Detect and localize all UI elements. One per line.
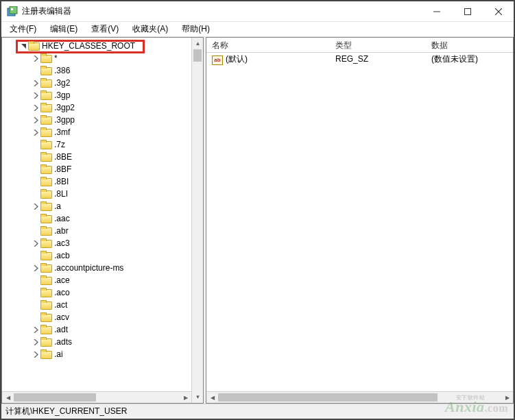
minimize-button[interactable] — [421, 1, 452, 22]
menu-edit[interactable]: 编辑(E) — [43, 22, 84, 36]
chevron-right-icon[interactable] — [31, 103, 40, 112]
folder-icon — [40, 66, 51, 75]
tree-item-label: .accountpicture-ms — [54, 263, 123, 273]
scroll-up-icon[interactable]: ▲ — [192, 38, 203, 49]
scroll-left-icon[interactable]: ◀ — [2, 392, 14, 403]
tree-item[interactable]: .3g2 — [2, 77, 191, 89]
folder-icon — [40, 152, 51, 162]
scroll-left-icon[interactable]: ◀ — [206, 392, 218, 403]
tree-item-label: .8BF — [54, 164, 71, 174]
cell-name: ab(默认) — [206, 53, 330, 65]
folder-icon — [40, 189, 51, 199]
scroll-right-icon[interactable]: ▶ — [501, 392, 513, 403]
folder-icon — [40, 275, 51, 285]
tree-item[interactable]: .8BI — [2, 175, 191, 188]
folder-icon — [40, 177, 51, 186]
header-data[interactable]: 数据 — [426, 38, 513, 52]
list-hscrollbar[interactable]: ◀ ▶ — [206, 391, 513, 403]
tree-vscrollbar[interactable]: ▲ ▼ — [191, 38, 203, 403]
menu-file[interactable]: 文件(F) — [3, 22, 43, 36]
tree-item[interactable]: .3gpp — [2, 114, 191, 126]
tree-item-label: .ace — [54, 275, 70, 285]
tree-item[interactable]: .accountpicture-ms — [2, 262, 191, 274]
scroll-right-icon[interactable]: ▶ — [180, 392, 191, 403]
content-area: HKEY_CLASSES_ROOT *.386.3g2.3gp.3gp2.3gp… — [1, 37, 514, 404]
folder-icon — [40, 337, 51, 347]
scroll-thumb[interactable] — [193, 49, 202, 62]
folder-icon — [40, 201, 51, 211]
tree-item[interactable]: .acb — [2, 249, 191, 262]
tree-item[interactable]: .7z — [2, 138, 191, 151]
chevron-right-icon[interactable] — [31, 53, 40, 63]
tree-item-label: .386 — [54, 66, 70, 75]
tree-item-label: .adts — [54, 337, 72, 347]
tree-item[interactable]: .3gp — [2, 89, 191, 101]
chevron-right-icon[interactable] — [31, 349, 40, 359]
chevron-right-icon[interactable] — [31, 127, 40, 137]
tree-item[interactable]: .ac3 — [2, 237, 191, 249]
tree-hscrollbar[interactable]: ◀ ▶ — [2, 391, 191, 403]
header-type[interactable]: 类型 — [330, 38, 426, 52]
chevron-right-icon[interactable] — [31, 115, 40, 125]
tree-item[interactable]: .ace — [2, 274, 191, 286]
tree-item[interactable]: .8BE — [2, 151, 191, 163]
title-bar: 注册表编辑器 — [1, 1, 514, 22]
tree-item[interactable]: .aac — [2, 212, 191, 225]
tree-item[interactable]: .acv — [2, 311, 191, 323]
tree-item-label: .ai — [54, 349, 63, 359]
menu-favorites[interactable]: 收藏夹(A) — [125, 22, 175, 36]
chevron-right-icon[interactable] — [31, 263, 40, 273]
maximize-button[interactable] — [452, 1, 483, 22]
folder-icon — [40, 349, 51, 359]
scroll-thumb[interactable] — [14, 393, 96, 402]
tree-item[interactable]: .act — [2, 299, 191, 311]
window-title: 注册表编辑器 — [22, 5, 71, 17]
tree-item[interactable]: .3gp2 — [2, 101, 191, 114]
list-body[interactable]: ab(默认)REG_SZ(数值未设置) — [206, 53, 513, 391]
tree-item[interactable]: * — [2, 52, 191, 64]
tree-item-label: .acv — [54, 312, 69, 322]
tree-item-label: .abr — [54, 226, 69, 236]
tree-item[interactable]: .8BF — [2, 163, 191, 175]
tree-item-label: .aac — [54, 214, 70, 223]
tree-item[interactable]: .8LI — [2, 188, 191, 200]
menu-bar: 文件(F) 编辑(E) 查看(V) 收藏夹(A) 帮助(H) — [1, 22, 514, 37]
folder-icon — [28, 41, 39, 51]
chevron-right-icon[interactable] — [31, 201, 40, 211]
tree-item[interactable]: .adt — [2, 323, 191, 336]
scroll-down-icon[interactable]: ▼ — [192, 391, 203, 403]
tree-root-row[interactable]: HKEY_CLASSES_ROOT — [2, 40, 191, 52]
tree-item[interactable]: .aco — [2, 286, 191, 299]
list-header[interactable]: 名称 类型 数据 — [206, 38, 513, 53]
header-name[interactable]: 名称 — [206, 38, 330, 52]
tree-item[interactable]: .3mf — [2, 126, 191, 138]
chevron-right-icon[interactable] — [31, 337, 40, 347]
folder-icon — [40, 226, 51, 236]
scroll-thumb[interactable] — [218, 393, 438, 402]
tree-item[interactable]: .386 — [2, 64, 191, 77]
folder-icon — [40, 127, 51, 137]
tree-item[interactable]: .adts — [2, 336, 191, 348]
folder-icon — [40, 140, 51, 149]
folder-icon — [40, 78, 51, 88]
svg-rect-1 — [10, 6, 17, 14]
chevron-right-icon[interactable] — [31, 325, 40, 334]
tree-item[interactable]: .ai — [2, 348, 191, 360]
chevron-right-icon[interactable] — [31, 238, 40, 248]
menu-view[interactable]: 查看(V) — [84, 22, 125, 36]
registry-tree[interactable]: HKEY_CLASSES_ROOT *.386.3g2.3gp.3gp2.3gp… — [2, 38, 191, 391]
menu-help[interactable]: 帮助(H) — [175, 22, 217, 36]
folder-icon — [40, 288, 51, 297]
svg-rect-2 — [11, 8, 13, 10]
tree-item-label: .8LI — [54, 189, 68, 199]
regedit-icon — [7, 6, 18, 17]
chevron-right-icon[interactable] — [31, 90, 40, 100]
folder-icon — [40, 214, 51, 223]
list-row[interactable]: ab(默认)REG_SZ(数值未设置) — [206, 53, 513, 65]
tree-item[interactable]: .abr — [2, 225, 191, 237]
tree-item[interactable]: .a — [2, 200, 191, 212]
chevron-down-icon[interactable] — [19, 41, 28, 51]
chevron-right-icon[interactable] — [31, 78, 40, 88]
folder-icon — [40, 164, 51, 174]
close-button[interactable] — [483, 1, 514, 22]
